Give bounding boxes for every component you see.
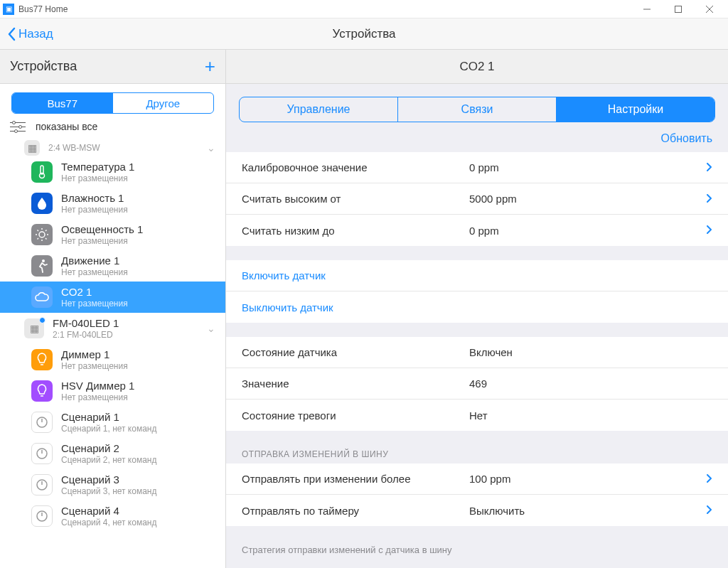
setting-label: Считать низким до (242, 225, 469, 237)
calibration-section: Калибровочное значение 0 ppm Считать выс… (226, 152, 728, 246)
svg-point-6 (39, 232, 45, 237)
setting-row[interactable]: Отправлять по таймеру Выключить (226, 495, 728, 526)
device-sub: Нет размещения (61, 361, 128, 371)
drop-icon (31, 193, 53, 214)
device-name: Сценарий 3 (61, 473, 156, 486)
device-name: Влажность 1 (61, 192, 128, 205)
setting-row: Состояние тревоги Нет (226, 400, 728, 431)
filter-label: показаны все (36, 121, 97, 132)
sliders-icon (10, 122, 26, 132)
device-name: Температура 1 (61, 161, 134, 173)
light-icon (31, 224, 53, 245)
window-title: Bus77 Home (18, 4, 631, 14)
setting-value: 5000 ppm (469, 193, 517, 205)
tab-control[interactable]: Управление (240, 97, 397, 122)
setting-value: 100 ppm (469, 473, 510, 485)
maximize-button[interactable] (663, 0, 694, 18)
setting-row[interactable]: Калибровочное значение 0 ppm (226, 152, 728, 183)
device-list: ▦ 2:4 WB-MSW ⌄ Температура 1 Нет размеще… (0, 139, 225, 568)
group-title: FM-040LED 1 (53, 317, 119, 330)
close-button[interactable] (694, 0, 725, 18)
device-name: Сценарий 1 (61, 411, 156, 424)
device-name: Диммер 1 (61, 348, 128, 361)
device-row[interactable]: CO2 1 Нет размещения (0, 282, 225, 313)
bus-section: Отправлять при изменении более 100 ppm О… (226, 463, 728, 526)
device-row[interactable]: Сценарий 3 Сценарий 3, нет команд (0, 469, 225, 500)
page-title: Устройства (0, 27, 728, 41)
action-button[interactable]: Включить датчик (226, 260, 728, 291)
setting-value: Включен (469, 346, 513, 358)
seg-other[interactable]: Другое (113, 93, 214, 113)
chevron-right-icon (707, 474, 712, 483)
setting-value: Нет (469, 409, 488, 422)
device-row[interactable]: HSV Диммер 1 Нет размещения (0, 375, 225, 407)
device-row[interactable]: Влажность 1 Нет размещения (0, 188, 225, 219)
refresh-button[interactable]: Обновить (226, 128, 728, 152)
device-row[interactable]: Движение 1 Нет размещения (0, 250, 225, 282)
device-name: Сценарий 2 (61, 442, 156, 455)
chevron-right-icon (707, 225, 712, 234)
chip-icon: ▦ (24, 140, 40, 156)
setting-value: 469 (469, 377, 487, 390)
device-sub: Сценарий 2, нет команд (61, 455, 156, 465)
add-device-button[interactable]: + (205, 55, 215, 77)
device-sub: Сценарий 4, нет команд (61, 518, 156, 527)
chevron-right-icon (707, 194, 712, 203)
update-dot-icon (39, 317, 46, 323)
chevron-right-icon (707, 163, 712, 171)
svg-line-14 (38, 238, 39, 240)
setting-row[interactable]: Отправлять при изменении более 100 ppm (226, 463, 728, 495)
svg-line-11 (38, 230, 39, 232)
action-button[interactable]: Выключить датчик (226, 291, 728, 323)
bus-section-title: ОТПРАВКА ИЗМЕНЕНИЙ В ШИНУ (226, 445, 728, 463)
setting-label: Состояние тревоги (242, 409, 469, 422)
setting-label: Значение (242, 377, 469, 390)
source-segmented: Bus77 Другое (11, 92, 214, 114)
setting-label: Калибровочное значение (242, 161, 469, 173)
chevron-down-icon: ⌄ (207, 323, 215, 334)
back-label: Назад (18, 27, 53, 41)
device-row[interactable]: Освещенность 1 Нет размещения (0, 219, 225, 250)
setting-label: Отправлять при изменении более (242, 473, 469, 485)
device-sub: Нет размещения (61, 236, 143, 246)
svg-line-12 (46, 238, 47, 240)
device-row[interactable]: Сценарий 1 Сценарий 1, нет команд (0, 407, 225, 438)
setting-value: 0 ppm (469, 161, 499, 173)
tab-settings[interactable]: Настройки (556, 97, 714, 122)
setting-row: Состояние датчика Включен (226, 337, 728, 368)
chip-icon: ▦ (24, 318, 44, 338)
power-icon (31, 443, 53, 464)
titlebar: ▣ Bus77 Home (0, 0, 728, 18)
setting-label: Отправлять по таймеру (242, 505, 469, 517)
device-row[interactable]: Сценарий 4 Сценарий 4, нет команд (0, 500, 225, 532)
setting-label: Состояние датчика (242, 346, 469, 358)
sidebar-header: Устройства + (0, 50, 225, 84)
device-sub: Нет размещения (61, 173, 134, 183)
sidebar-title: Устройства (10, 59, 77, 74)
tab-links[interactable]: Связи (397, 97, 556, 122)
device-sub: Сценарий 1, нет команд (61, 424, 156, 434)
device-name: HSV Диммер 1 (61, 380, 134, 392)
back-button[interactable]: Назад (0, 27, 53, 41)
setting-row[interactable]: Считать высоким от 5000 ppm (226, 183, 728, 215)
filter-button[interactable]: показаны все (0, 119, 225, 139)
content-title: CO2 1 (226, 50, 728, 84)
actions-section: Включить датчикВыключить датчик (226, 260, 728, 323)
device-row[interactable]: Диммер 1 Нет размещения (0, 344, 225, 375)
device-group-row[interactable]: ▦ 2:4 WB-MSW ⌄ (0, 139, 225, 156)
minimize-button[interactable] (631, 0, 663, 18)
group-sub: 2:4 WB-MSW (48, 143, 100, 153)
device-group-row[interactable]: ▦ FM-040LED 1 2:1 FM-040LED ⌄ (0, 313, 225, 344)
device-row[interactable]: Сценарий 2 Сценарий 2, нет команд (0, 438, 225, 469)
device-sub: Нет размещения (61, 267, 128, 277)
device-row[interactable]: Температура 1 Нет размещения (0, 156, 225, 188)
chevron-left-icon (7, 27, 16, 41)
svg-rect-1 (675, 6, 682, 12)
setting-row[interactable]: Считать низким до 0 ppm (226, 215, 728, 246)
device-name: Освещенность 1 (61, 223, 143, 236)
bus-footnote: Стратегия отправки изменений с датчика в… (226, 540, 728, 559)
motion-icon (31, 255, 53, 277)
seg-bus77[interactable]: Bus77 (12, 93, 113, 113)
device-name: CO2 1 (61, 286, 128, 299)
power-icon (31, 505, 53, 527)
